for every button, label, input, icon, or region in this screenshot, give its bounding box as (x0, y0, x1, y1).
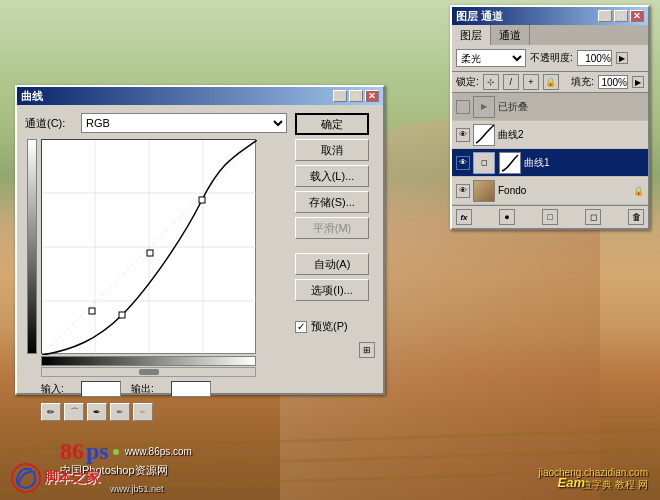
layers-maximize-button[interactable]: □ (614, 10, 628, 22)
layers-list: ▶ 已折叠 👁 曲线2 👁 ◻ 曲线1 (452, 93, 648, 205)
lock-paint-icon[interactable]: / (503, 74, 519, 90)
preview-checkbox[interactable]: ✓ (295, 321, 307, 333)
curves-graph (42, 140, 257, 355)
eyedropper-white-icon[interactable]: ✒ (133, 403, 153, 421)
brand-url: www.86ps.com (125, 446, 192, 457)
eyedropper-gray-icon[interactable]: ✒ (110, 403, 130, 421)
layer-thumb-group: ▶ (473, 96, 495, 118)
lock-pos-icon[interactable]: ⊹ (483, 74, 499, 90)
fill-arrow[interactable]: ▶ (632, 76, 644, 88)
layer-name-curves1: 曲线1 (524, 156, 644, 170)
layer-item-fondo[interactable]: 👁 Fondo 🔒 (452, 177, 648, 205)
preview-row: ✓ 预览(P) (295, 319, 375, 334)
layers-close-button[interactable]: ✕ (630, 10, 644, 22)
layer-eye-curves1[interactable]: 👁 (456, 156, 470, 170)
layers-footer: fx ● □ ◻ 🗑 (452, 205, 648, 228)
jbz-label: 脚本之家 (44, 469, 100, 487)
ok-button[interactable]: 确定 (295, 113, 369, 135)
gradient-bar-vertical (27, 139, 37, 354)
load-button[interactable]: 载入(L)... (295, 165, 369, 187)
layer-name-curves2: 曲线2 (498, 128, 644, 142)
save-button[interactable]: 存储(S)... (295, 191, 369, 213)
curve-tool-icon[interactable]: ⌒ (64, 403, 84, 421)
fill-input[interactable] (598, 75, 628, 89)
curves-canvas-wrap[interactable] (41, 139, 256, 354)
layer-lock-icon: 🔒 (633, 186, 644, 196)
channel-select-wrap: RGB (81, 113, 287, 133)
layer-name-group: 已折叠 (498, 100, 644, 114)
eyedropper-black-icon[interactable]: ✒ (87, 403, 107, 421)
gradient-bar-vertical-wrap (27, 139, 37, 354)
layer-eye-group[interactable] (456, 100, 470, 114)
curves-left-panel: 通道(C): RGB (25, 113, 287, 421)
watermark-area: jiaocheng.chazidian.com 查字典 教程 网 (538, 467, 648, 492)
layer-item-group[interactable]: ▶ 已折叠 (452, 93, 648, 121)
curves-titlebar: 曲线 _ □ ✕ (17, 87, 383, 105)
tab-channels[interactable]: 通道 (491, 25, 530, 45)
brand-86: 86 (60, 438, 84, 465)
new-group-icon[interactable]: □ (542, 209, 558, 225)
input-label: 输入: (41, 382, 71, 396)
curves-right-panel: 确定 取消 载入(L)... 存储(S)... 平滑(M) 自动(A) 选项(I… (295, 113, 375, 421)
jbz-icon (10, 462, 42, 494)
tool-icons-row: ✏ ⌒ ✒ ✒ ✒ (41, 403, 287, 421)
output-field[interactable] (171, 381, 211, 397)
expand-icon-wrap: ⊞ (295, 342, 375, 358)
maximize-button[interactable]: □ (349, 90, 363, 102)
blend-mode-select[interactable]: 柔光 (456, 49, 526, 67)
opacity-input[interactable] (577, 50, 612, 66)
opacity-arrow[interactable]: ▶ (616, 52, 628, 64)
curves-dialog: 曲线 _ □ ✕ 通道(C): RGB (15, 85, 385, 395)
lock-label: 锁定: (456, 75, 479, 89)
input-field[interactable] (81, 381, 121, 397)
layers-controls: 柔光 不透明度: ▶ (452, 45, 648, 72)
layer-eye-fondo[interactable]: 👁 (456, 184, 470, 198)
brand-ps: ps (86, 438, 109, 465)
new-fill-icon[interactable]: ● (499, 209, 515, 225)
layers-titlebar: 图层 通道 _ □ ✕ (452, 7, 648, 25)
layer-thumb-curves1 (499, 152, 521, 174)
eam-text: Eam (558, 475, 585, 490)
layer-item-curves2[interactable]: 👁 曲线2 (452, 121, 648, 149)
jiaobenzhi-area: 脚本之家 (10, 462, 100, 494)
options-button[interactable]: 选项(I)... (295, 279, 369, 301)
input-output-area: 输入: 输出: (41, 381, 287, 397)
channel-select[interactable]: RGB (81, 113, 287, 133)
curves-area (41, 139, 287, 377)
watermark-label: 查字典 教程 网 (538, 478, 648, 492)
layer-thumb-curves2 (473, 124, 495, 146)
layer-name-fondo: Fondo (498, 185, 630, 196)
channel-label: 通道(C): (25, 116, 75, 131)
auto-button[interactable]: 自动(A) (295, 253, 369, 275)
delete-layer-icon[interactable]: 🗑 (628, 209, 644, 225)
minimize-button[interactable]: _ (333, 90, 347, 102)
pencil-tool-icon[interactable]: ✏ (41, 403, 61, 421)
svg-rect-10 (119, 312, 125, 318)
close-button[interactable]: ✕ (365, 90, 379, 102)
layer-thumb-curves1-mask: ◻ (473, 152, 495, 174)
layers-title: 图层 通道 (456, 9, 503, 24)
layers-minimize-button[interactable]: _ (598, 10, 612, 22)
jbz-url-text: www.jb51.net (110, 484, 164, 494)
new-layer-icon[interactable]: ◻ (585, 209, 601, 225)
layers-titlebar-buttons: _ □ ✕ (598, 10, 644, 22)
fill-label: 填充: (571, 75, 594, 89)
lock-move-icon[interactable]: + (523, 74, 539, 90)
lock-all-icon[interactable]: 🔒 (543, 74, 559, 90)
opacity-label: 不透明度: (530, 51, 573, 65)
brand-dot (113, 449, 119, 455)
cancel-button[interactable]: 取消 (295, 139, 369, 161)
layer-thumb-fondo (473, 180, 495, 202)
curve-scroll[interactable] (41, 367, 256, 377)
layer-item-curves1[interactable]: 👁 ◻ 曲线1 (452, 149, 648, 177)
fx-icon[interactable]: fx (456, 209, 472, 225)
gradient-bar-horizontal (41, 356, 256, 366)
layers-tabs: 图层 通道 (452, 25, 648, 45)
smooth-button[interactable]: 平滑(M) (295, 217, 369, 239)
expand-icon[interactable]: ⊞ (359, 342, 375, 358)
jbz-url: www.jb51.net (110, 482, 164, 494)
watermark-site: jiaocheng.chazidian.com (538, 467, 648, 478)
layer-eye-curves2[interactable]: 👁 (456, 128, 470, 142)
tab-layers[interactable]: 图层 (452, 25, 491, 45)
titlebar-buttons: _ □ ✕ (333, 90, 379, 102)
